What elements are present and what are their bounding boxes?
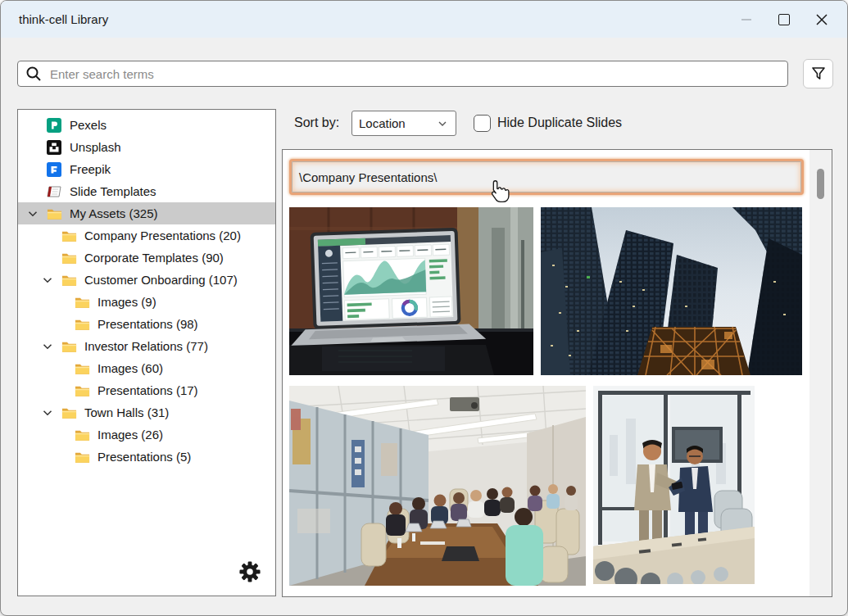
- minimize-icon: [741, 19, 751, 20]
- sidebar-item-pexels[interactable]: Pexels: [18, 114, 275, 136]
- asset-grid-panel: \Company Presentations\: [282, 149, 832, 597]
- sidebar-item-slide-templates[interactable]: Slide Templates: [18, 180, 275, 202]
- window-controls: [728, 1, 841, 38]
- folder-icon: [61, 339, 77, 354]
- folder-path-bar[interactable]: \Company Presentations\: [289, 159, 804, 195]
- hide-duplicate-slides-checkbox[interactable]: [474, 115, 491, 132]
- sidebar-item-label: Slide Templates: [70, 184, 156, 198]
- folder-icon: [46, 206, 62, 221]
- sidebar-item-label: Images (60): [97, 361, 163, 375]
- thumbnail-skyscrapers[interactable]: [541, 207, 802, 375]
- sidebar-item-company-presentations[interactable]: Company Presentations (20): [18, 224, 275, 247]
- unsplash-icon: [46, 140, 62, 155]
- sidebar-item-label: Investor Relations (77): [84, 339, 208, 353]
- sidebar-item-label: Town Halls (31): [84, 405, 169, 419]
- sidebar-item-presentations[interactable]: Presentations (5): [18, 446, 275, 468]
- sidebar-item-images[interactable]: Images (9): [18, 291, 275, 313]
- folder-icon: [74, 383, 90, 398]
- sidebar-item-label: Presentations (5): [97, 450, 191, 464]
- window-title: think-cell Library: [19, 12, 108, 26]
- sort-by-value: Location: [359, 116, 436, 130]
- chevron-down-icon[interactable]: [39, 405, 56, 421]
- filter-icon: [810, 66, 827, 82]
- folder-icon: [61, 273, 77, 288]
- thumbnail-businessmen-phone[interactable]: [593, 386, 755, 584]
- sidebar-item-presentations[interactable]: Presentations (98): [18, 313, 275, 335]
- thumbnail-laptop-dashboard[interactable]: [289, 207, 533, 375]
- minimize-button[interactable]: [728, 1, 765, 38]
- sidebar-item-town-halls[interactable]: Town Halls (31): [18, 401, 275, 424]
- sidebar-item-corporate-templates[interactable]: Corporate Templates (90): [18, 247, 275, 269]
- sidebar-item-label: Company Presentations (20): [84, 229, 241, 242]
- search-input[interactable]: Enter search terms: [17, 61, 788, 87]
- skyscrapers-image: [541, 207, 802, 375]
- filter-button[interactable]: [803, 59, 833, 88]
- chevron-down-icon[interactable]: [25, 206, 41, 222]
- gear-icon: [238, 559, 262, 584]
- vertical-scrollbar[interactable]: [809, 150, 832, 596]
- think-cell-library-window: think-cell Library Enter search terms P: [0, 0, 848, 616]
- settings-button[interactable]: [236, 558, 264, 586]
- library-sidebar: Pexels Unsplash Freepik: [17, 109, 276, 596]
- chevron-down-icon[interactable]: [39, 272, 56, 288]
- folder-icon: [61, 405, 77, 420]
- pexels-icon: [46, 118, 62, 133]
- folder-icon: [61, 229, 77, 243]
- sidebar-item-investor-relations[interactable]: Investor Relations (77): [18, 335, 275, 357]
- scrollbar-thumb[interactable]: [817, 169, 824, 199]
- folder-icon: [61, 251, 77, 265]
- title-bar: think-cell Library: [1, 1, 847, 38]
- close-icon: [815, 13, 828, 26]
- maximize-icon: [778, 14, 790, 25]
- sidebar-item-images[interactable]: Images (26): [18, 424, 275, 446]
- folder-tree: Pexels Unsplash Freepik: [18, 110, 275, 468]
- sidebar-item-label: Images (9): [97, 295, 156, 309]
- close-button[interactable]: [803, 1, 841, 38]
- sidebar-item-label: Pexels: [70, 118, 107, 132]
- sidebar-item-label: Corporate Templates (90): [84, 251, 224, 265]
- businessmen-phone-image: [593, 386, 755, 584]
- sidebar-item-freepik[interactable]: Freepik: [18, 158, 275, 180]
- sidebar-item-label: Presentations (17): [97, 383, 198, 397]
- sidebar-item-label: Unsplash: [70, 140, 121, 154]
- thumbnail-conference-meeting[interactable]: [289, 386, 586, 586]
- conference-meeting-image: [289, 386, 586, 586]
- sidebar-item-unsplash[interactable]: Unsplash: [18, 136, 275, 158]
- sidebar-item-label: Freepik: [70, 162, 111, 176]
- search-placeholder: Enter search terms: [50, 67, 154, 81]
- freepik-icon: [46, 162, 62, 177]
- search-icon: [25, 66, 42, 82]
- sort-by-label: Sort by:: [294, 116, 339, 130]
- folder-icon: [74, 428, 90, 442]
- laptop-dashboard-image: [289, 207, 533, 375]
- sidebar-item-label: Presentations (98): [97, 317, 198, 331]
- sidebar-item-label: Images (26): [97, 428, 163, 442]
- sidebar-item-presentations[interactable]: Presentations (17): [18, 379, 275, 401]
- sidebar-item-label: My Assets (325): [70, 206, 158, 220]
- sidebar-item-my-assets[interactable]: My Assets (325): [18, 202, 275, 224]
- maximize-button[interactable]: [765, 1, 803, 38]
- folder-icon: [74, 450, 90, 464]
- folder-icon: [74, 295, 90, 310]
- sort-by-dropdown[interactable]: Location: [351, 111, 456, 136]
- slide-templates-icon: [46, 184, 62, 199]
- sidebar-item-label: Customer Onboarding (107): [84, 273, 238, 287]
- folder-icon: [74, 317, 90, 332]
- chevron-down-icon: [436, 117, 449, 130]
- sidebar-item-customer-onboarding[interactable]: Customer Onboarding (107): [18, 269, 275, 291]
- chevron-down-icon[interactable]: [39, 338, 56, 355]
- hide-duplicate-slides-label: Hide Duplicate Slides: [497, 116, 622, 130]
- folder-path-text: \Company Presentations\: [299, 170, 437, 184]
- folder-icon: [74, 361, 90, 376]
- sidebar-item-images[interactable]: Images (60): [18, 357, 275, 379]
